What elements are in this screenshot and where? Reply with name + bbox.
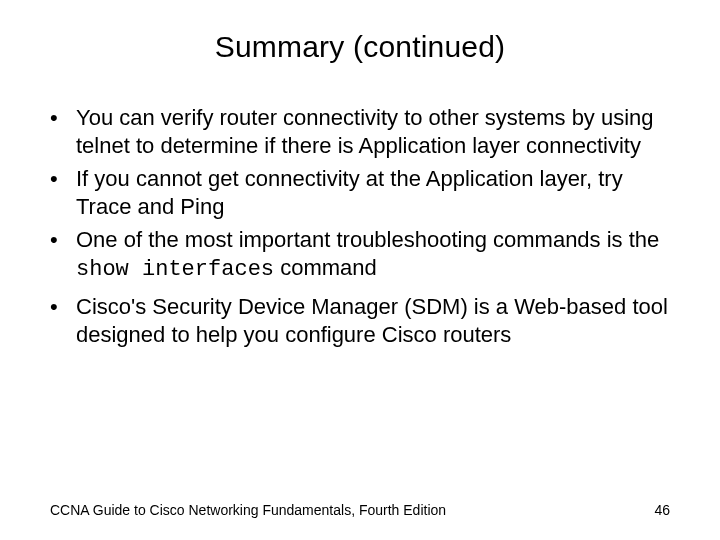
code-text: show interfaces [76, 257, 274, 282]
bullet-text: If you cannot get connectivity at the Ap… [76, 166, 623, 219]
page-number: 46 [654, 502, 670, 518]
slide-footer: CCNA Guide to Cisco Networking Fundament… [50, 502, 670, 518]
bullet-text: One of the most important troubleshootin… [76, 227, 659, 252]
slide: Summary (continued) You can verify route… [0, 0, 720, 540]
bullet-item: If you cannot get connectivity at the Ap… [50, 165, 670, 220]
bullet-text: You can verify router connectivity to ot… [76, 105, 654, 158]
footer-text: CCNA Guide to Cisco Networking Fundament… [50, 502, 446, 518]
bullet-item: One of the most important troubleshootin… [50, 226, 670, 283]
bullet-item: Cisco's Security Device Manager (SDM) is… [50, 293, 670, 348]
bullet-list: You can verify router connectivity to ot… [50, 104, 670, 348]
bullet-text: command [274, 255, 377, 280]
bullet-item: You can verify router connectivity to ot… [50, 104, 670, 159]
slide-title: Summary (continued) [0, 0, 720, 74]
slide-content: You can verify router connectivity to ot… [0, 74, 720, 348]
bullet-text: Cisco's Security Device Manager (SDM) is… [76, 294, 668, 347]
